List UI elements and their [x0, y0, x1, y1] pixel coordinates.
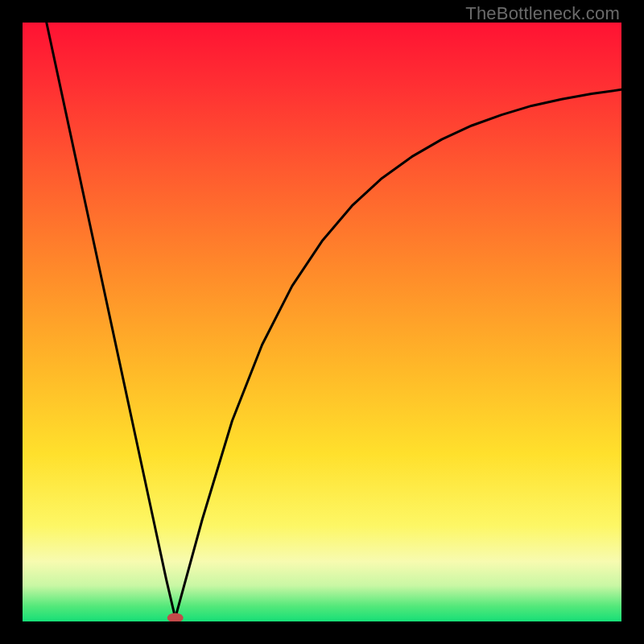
- gradient-background: [23, 23, 621, 621]
- chart-frame: [23, 23, 621, 621]
- bottleneck-chart: [23, 23, 621, 621]
- attribution-text: TheBottleneck.com: [465, 3, 620, 24]
